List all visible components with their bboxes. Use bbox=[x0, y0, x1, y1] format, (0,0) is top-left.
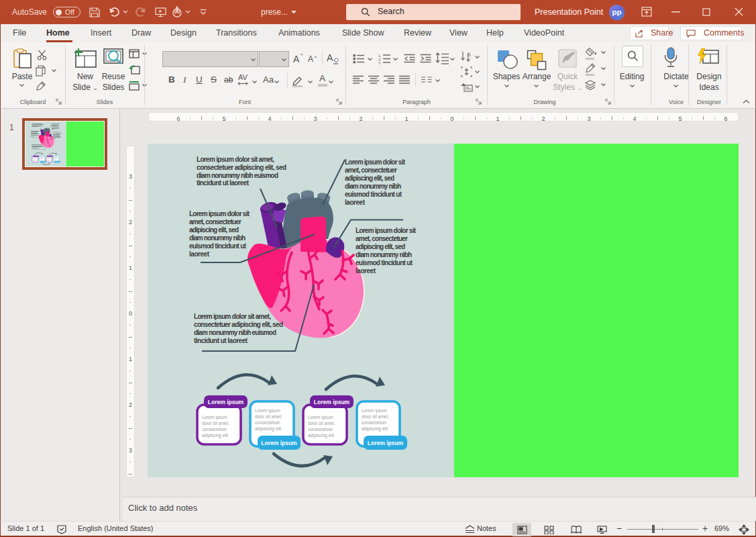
svg-text:3: 3 bbox=[378, 62, 381, 65]
svg-text:2: 2 bbox=[541, 115, 545, 122]
svg-text:2: 2 bbox=[359, 115, 362, 122]
svg-text:6: 6 bbox=[176, 115, 180, 122]
svg-text:6: 6 bbox=[724, 115, 727, 122]
svg-text:1: 1 bbox=[129, 264, 132, 271]
svg-text:1: 1 bbox=[496, 115, 499, 122]
svg-text:5: 5 bbox=[222, 115, 225, 122]
svg-text:5: 5 bbox=[678, 115, 682, 122]
svg-text:1: 1 bbox=[129, 356, 132, 362]
svg-text:0: 0 bbox=[129, 310, 132, 317]
svg-text:A: A bbox=[327, 52, 333, 63]
svg-text:3: 3 bbox=[587, 115, 590, 122]
svg-text:4: 4 bbox=[268, 115, 271, 122]
svg-text:2: 2 bbox=[129, 219, 132, 226]
svg-text:4: 4 bbox=[633, 115, 636, 122]
svg-text:3: 3 bbox=[129, 173, 132, 180]
svg-text:3: 3 bbox=[313, 115, 317, 122]
svg-text:2: 2 bbox=[129, 401, 132, 408]
svg-text:1: 1 bbox=[404, 115, 408, 122]
svg-text:A: A bbox=[467, 51, 471, 58]
svg-text:3: 3 bbox=[129, 447, 132, 454]
svg-text:0: 0 bbox=[450, 115, 453, 122]
